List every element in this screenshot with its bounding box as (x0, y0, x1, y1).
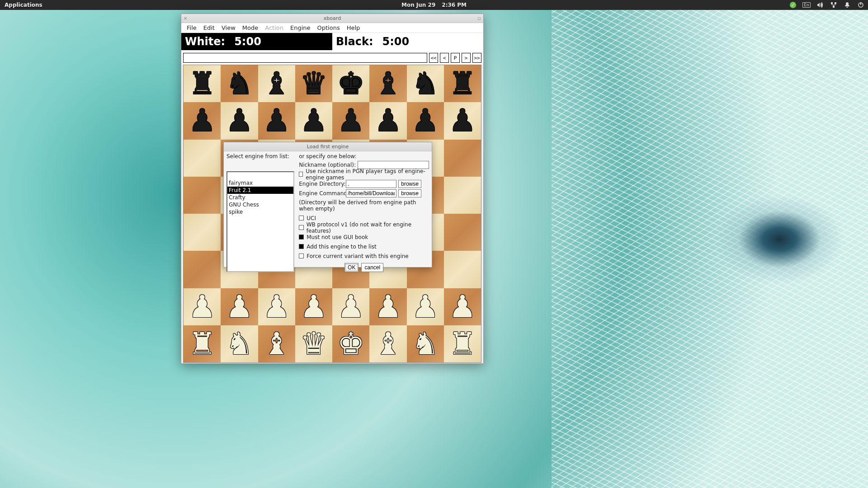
clock-area[interactable]: Mon Jun 292:36 PM (401, 2, 467, 8)
browse-cmd-button[interactable]: browse (398, 189, 421, 197)
piece-bP[interactable]: ♟ (300, 105, 327, 136)
menu-view[interactable]: View (219, 24, 238, 31)
square-0-5[interactable]: ♝ (369, 65, 406, 102)
notifications-icon[interactable] (844, 1, 851, 9)
piece-wN[interactable]: ♞ (226, 328, 253, 359)
piece-bN[interactable]: ♞ (226, 68, 253, 99)
square-4-0[interactable] (184, 214, 221, 251)
square-7-2[interactable]: ♝ (258, 325, 295, 362)
uci-checkbox[interactable] (299, 216, 304, 221)
nav-lt[interactable]: < (440, 53, 449, 63)
close-icon[interactable]: × (181, 15, 189, 21)
applications-menu[interactable]: Applications (0, 2, 42, 8)
nogui-checkbox[interactable] (299, 235, 304, 239)
menu-options[interactable]: Options (315, 24, 343, 31)
network-icon[interactable] (830, 1, 837, 9)
square-6-7[interactable]: ♟ (444, 288, 481, 325)
square-0-1[interactable]: ♞ (221, 65, 258, 102)
square-0-2[interactable]: ♝ (258, 65, 295, 102)
square-1-6[interactable]: ♟ (407, 102, 444, 139)
nav-ltlt[interactable]: << (429, 53, 438, 63)
square-1-7[interactable]: ♟ (444, 102, 481, 139)
engine-item-2[interactable]: Crafty (227, 194, 293, 201)
clock-white[interactable]: White:5:00 (181, 33, 332, 50)
menu-edit[interactable]: Edit (201, 24, 217, 31)
updates-icon[interactable]: ✓ (789, 1, 797, 9)
language-indicator[interactable]: En (803, 1, 810, 9)
piece-bP[interactable]: ♟ (411, 105, 439, 136)
square-7-6[interactable]: ♞ (407, 325, 444, 362)
piece-wP[interactable]: ♟ (189, 291, 216, 322)
piece-wP[interactable]: ♟ (263, 291, 290, 322)
square-0-7[interactable]: ♜ (444, 65, 481, 102)
square-3-0[interactable] (184, 177, 221, 214)
piece-bR[interactable]: ♜ (448, 68, 476, 99)
piece-wP[interactable]: ♟ (226, 291, 253, 322)
square-1-5[interactable]: ♟ (369, 102, 406, 139)
piece-wN[interactable]: ♞ (411, 328, 439, 359)
square-7-7[interactable]: ♜ (444, 325, 481, 362)
piece-bP[interactable]: ♟ (374, 105, 402, 136)
piece-bQ[interactable]: ♛ (300, 68, 327, 99)
square-0-0[interactable]: ♜ (184, 65, 221, 102)
square-0-3[interactable]: ♛ (295, 65, 332, 102)
square-3-7[interactable] (444, 177, 481, 214)
square-7-0[interactable]: ♜ (184, 325, 221, 362)
forcevar-checkbox[interactable] (299, 253, 304, 258)
menu-engine[interactable]: Engine (288, 24, 313, 31)
clock-black[interactable]: Black:5:00 (332, 33, 483, 50)
piece-wB[interactable]: ♝ (263, 328, 290, 359)
engine-item-4[interactable]: spike (227, 208, 293, 216)
square-6-5[interactable]: ♟ (369, 288, 406, 325)
square-7-4[interactable]: ♚ (332, 325, 369, 362)
piece-wP[interactable]: ♟ (300, 291, 327, 322)
square-7-3[interactable]: ♛ (295, 325, 332, 362)
nav-P[interactable]: P (451, 53, 460, 63)
piece-wQ[interactable]: ♛ (300, 328, 327, 359)
square-1-1[interactable]: ♟ (221, 102, 258, 139)
piece-bR[interactable]: ♜ (189, 68, 216, 99)
wbv1-checkbox[interactable] (299, 225, 303, 230)
piece-bB[interactable]: ♝ (263, 68, 290, 99)
engine-listbox[interactable]: fairymaxFruit 2.1CraftyGNU Chessspike (226, 171, 294, 272)
piece-wP[interactable]: ♟ (337, 291, 365, 322)
piece-wK[interactable]: ♚ (337, 328, 365, 359)
xboard-titlebar[interactable]: × xboard ▫ (181, 14, 483, 23)
square-2-0[interactable] (184, 140, 221, 177)
cancel-button[interactable]: cancel (361, 263, 383, 272)
piece-bP[interactable]: ♟ (226, 105, 253, 136)
engine-item-1[interactable]: Fruit 2.1 (227, 187, 293, 194)
piece-bP[interactable]: ♟ (263, 105, 290, 136)
piece-bN[interactable]: ♞ (411, 68, 439, 99)
square-5-7[interactable] (444, 251, 481, 288)
volume-icon[interactable] (816, 1, 824, 9)
square-1-0[interactable]: ♟ (184, 102, 221, 139)
square-6-4[interactable]: ♟ (332, 288, 369, 325)
browse-dir-button[interactable]: browse (398, 180, 421, 188)
square-6-1[interactable]: ♟ (221, 288, 258, 325)
piece-bK[interactable]: ♚ (337, 68, 365, 99)
piece-bB[interactable]: ♝ (374, 68, 402, 99)
menu-help[interactable]: Help (344, 24, 363, 31)
menu-mode[interactable]: Mode (240, 24, 261, 31)
ok-button[interactable]: OK (344, 263, 359, 272)
engine-dir-input[interactable] (346, 180, 396, 188)
piece-wB[interactable]: ♝ (374, 328, 402, 359)
square-1-4[interactable]: ♟ (332, 102, 369, 139)
square-6-0[interactable]: ♟ (184, 288, 221, 325)
power-icon[interactable] (857, 1, 864, 9)
engine-cmd-input[interactable] (346, 189, 396, 197)
maximize-icon[interactable]: ▫ (475, 15, 483, 21)
engine-item-3[interactable]: GNU Chess (227, 201, 293, 208)
square-1-2[interactable]: ♟ (258, 102, 295, 139)
piece-wP[interactable]: ♟ (411, 291, 439, 322)
menu-file[interactable]: File (184, 24, 199, 31)
square-2-7[interactable] (444, 140, 481, 177)
nav-gtgt[interactable]: >> (472, 53, 481, 63)
piece-bP[interactable]: ♟ (448, 105, 476, 136)
square-4-7[interactable] (444, 214, 481, 251)
engine-item-0[interactable]: fairymax (227, 179, 293, 187)
piece-bP[interactable]: ♟ (189, 105, 216, 136)
square-6-3[interactable]: ♟ (295, 288, 332, 325)
addlist-checkbox[interactable] (299, 244, 304, 249)
